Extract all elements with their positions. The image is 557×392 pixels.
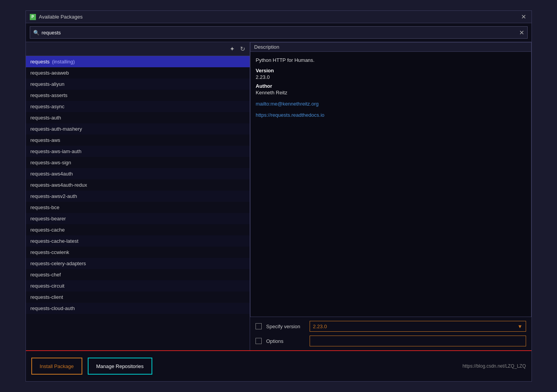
left-panel: ✦ ↻ requests(installing)requests-aeawebr…: [26, 42, 250, 350]
options-input[interactable]: [310, 336, 526, 346]
package-name: requests-aws-iam-auth: [31, 148, 82, 154]
clear-search-button[interactable]: ✕: [519, 29, 524, 36]
list-item[interactable]: requests-auth: [26, 112, 250, 123]
package-name: requests-aeaweb: [31, 70, 69, 76]
package-name: requests-aws: [31, 137, 60, 143]
package-name: requests-celery-adapters: [31, 261, 86, 266]
list-item[interactable]: requests-bce: [26, 202, 250, 213]
list-item[interactable]: requests-ccwienk: [26, 247, 250, 258]
list-item[interactable]: requests-aws-iam-auth: [26, 146, 250, 157]
bottom-buttons: Install Package Manage Repositories: [31, 358, 152, 375]
package-name: requests-cache: [31, 227, 65, 233]
list-item[interactable]: requests-aws-sign: [26, 157, 250, 168]
desc-author-value: Kenneth Reitz: [256, 90, 526, 95]
install-package-button[interactable]: Install Package: [31, 358, 82, 375]
options-label: Options: [266, 338, 305, 344]
package-name: requests-aws4auth-redux: [31, 182, 87, 188]
package-name: requests-awsv2-auth: [31, 193, 77, 199]
search-input[interactable]: [42, 30, 519, 36]
list-actions: ✦ ↻: [228, 44, 247, 53]
list-item[interactable]: requests-aliyun: [26, 78, 250, 90]
bottom-bar: Install Package Manage Repositories http…: [26, 350, 531, 381]
specify-version-label: Specify version: [266, 324, 305, 329]
package-name: requests-bearer: [31, 216, 66, 222]
package-name: requests-auth-mashery: [31, 126, 82, 132]
list-item[interactable]: requests-aws: [26, 135, 250, 146]
package-name: requests-cache-latest: [31, 238, 78, 244]
package-name: requests-cloud-auth: [31, 305, 75, 311]
status-url: https://blog.csdn.net/LZQ_LZQ: [462, 363, 526, 369]
title-bar-left: P Available Packages: [30, 14, 83, 20]
title-bar: P Available Packages ✕: [26, 11, 531, 23]
list-item[interactable]: requests-bearer: [26, 213, 250, 224]
star-action-button[interactable]: ✦: [228, 44, 236, 53]
package-name: requests-auth: [31, 115, 61, 121]
package-name: requests-asserts: [31, 92, 68, 98]
list-item[interactable]: requests-asserts: [26, 90, 250, 101]
manage-repositories-button[interactable]: Manage Repositories: [88, 358, 152, 375]
desc-link2[interactable]: https://requests.readthedocs.io: [256, 112, 526, 118]
search-wrapper: 🔍 ✕: [30, 26, 528, 39]
version-dropdown[interactable]: 2.23.0 ▼: [310, 321, 526, 332]
available-packages-dialog: P Available Packages ✕ 🔍 ✕ ✦ ↻ requests(…: [26, 10, 532, 382]
list-item[interactable]: requests-celery-adapters: [26, 258, 250, 269]
list-item[interactable]: requests-aeaweb: [26, 67, 250, 78]
version-dropdown-value: 2.23.0: [313, 324, 327, 329]
list-item[interactable]: requests-cache-latest: [26, 235, 250, 247]
package-name: requests-async: [31, 104, 65, 109]
package-name: requests-chef: [31, 272, 61, 278]
desc-version-label: Version: [256, 68, 526, 73]
package-status: (installing): [52, 59, 75, 65]
list-item[interactable]: requests-client: [26, 291, 250, 303]
list-item[interactable]: requests-awsv2-auth: [26, 191, 250, 202]
description-body: Python HTTP for Humans. Version 2.23.0 A…: [250, 52, 531, 317]
list-item[interactable]: requests-cache: [26, 224, 250, 235]
search-icon: 🔍: [33, 30, 39, 36]
package-list-header: ✦ ↻: [26, 42, 250, 56]
dialog-title: Available Packages: [39, 14, 83, 20]
specify-version-checkbox[interactable]: [256, 323, 262, 329]
list-item[interactable]: requests-circuit: [26, 280, 250, 291]
options-row: Options: [256, 336, 526, 346]
dropdown-arrow-icon: ▼: [518, 324, 523, 329]
options-checkbox[interactable]: [256, 338, 262, 344]
package-name: requests: [31, 59, 50, 65]
list-item[interactable]: requests-aws4auth-redux: [26, 179, 250, 191]
package-name: requests-aliyun: [31, 81, 65, 87]
package-name: requests-ccwienk: [31, 249, 69, 255]
description-header: Description: [250, 43, 531, 52]
main-content: ✦ ↻ requests(installing)requests-aeawebr…: [26, 42, 531, 350]
list-item[interactable]: requests-async: [26, 101, 250, 112]
search-bar: 🔍 ✕: [26, 23, 531, 42]
desc-version-value: 2.23.0: [256, 74, 526, 80]
list-item[interactable]: requests-cloud-auth: [26, 303, 250, 314]
list-item[interactable]: requests-chef: [26, 269, 250, 280]
desc-link1[interactable]: mailto:me@kennethreitz.org: [256, 101, 526, 107]
list-item[interactable]: requests(installing): [26, 56, 250, 67]
desc-author-label: Author: [256, 83, 526, 89]
package-name: requests-aws4auth: [31, 171, 73, 177]
package-name: requests-client: [31, 294, 63, 300]
list-item[interactable]: requests-aws4auth: [26, 168, 250, 179]
options-section: Specify version 2.23.0 ▼ Options: [250, 317, 531, 350]
list-item[interactable]: requests-auth-mashery: [26, 123, 250, 135]
specify-version-row: Specify version 2.23.0 ▼: [256, 321, 526, 332]
package-name: requests-circuit: [31, 283, 65, 289]
right-panel: Description Python HTTP for Humans. Vers…: [250, 42, 531, 350]
package-name: requests-aws-sign: [31, 160, 72, 165]
app-icon: P: [30, 14, 36, 20]
package-list: requests(installing)requests-aeawebreque…: [26, 56, 250, 350]
close-button[interactable]: ✕: [520, 13, 528, 20]
desc-body-text: Python HTTP for Humans.: [256, 57, 526, 63]
refresh-action-button[interactable]: ↻: [238, 44, 247, 53]
description-section: Description Python HTTP for Humans. Vers…: [250, 42, 531, 317]
package-name: requests-bce: [31, 205, 60, 210]
